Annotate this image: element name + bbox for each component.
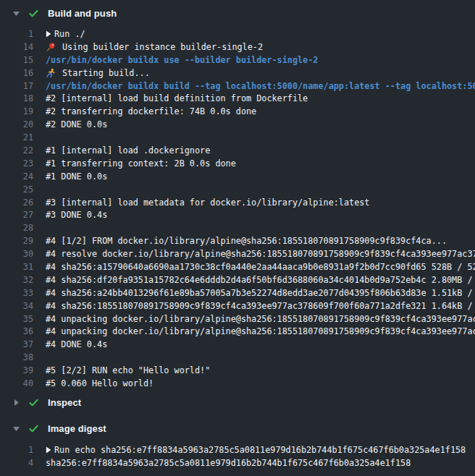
line-number[interactable]: 27 xyxy=(0,210,33,220)
log-text: #2 transferring dockerfile: 74B 0.0s don… xyxy=(46,106,256,116)
line-number[interactable]: 40 xyxy=(0,378,33,388)
log-text: #4 sha256:df20fa9351a15782c64e6dddb2d4a6… xyxy=(46,275,475,285)
log-line: 16Starting build... xyxy=(0,67,475,80)
log-line: 18#2 [internal] load build definition fr… xyxy=(0,92,475,105)
log-line-content: #4 DONE 0.4s xyxy=(33,339,475,349)
log-line-content: #2 DONE 0.0s xyxy=(33,119,475,129)
line-number[interactable]: 21 xyxy=(0,132,33,143)
line-number[interactable]: 39 xyxy=(0,365,33,375)
log-line-content: Run ./ xyxy=(33,29,475,39)
log-line-content: #4 resolve docker.io/library/alpine@sha2… xyxy=(33,249,475,259)
log-text: #3 [internal] load metadata for docker.i… xyxy=(46,197,369,208)
log-line-content: #4 sha256:185518070891758909c9f839cf4ca3… xyxy=(33,301,475,311)
log-line: 37#4 DONE 0.4s xyxy=(0,338,475,351)
line-number[interactable]: 34 xyxy=(0,301,33,311)
line-number[interactable]: 23 xyxy=(0,158,33,169)
log-line: 33#4 sha256:a24bb4013296f61e89ba57005a7b… xyxy=(0,286,475,299)
log-line: 38 xyxy=(0,351,475,364)
chevron-right-icon xyxy=(12,398,21,407)
log-line-content: Starting build... xyxy=(33,68,475,78)
log-text: #4 resolve docker.io/library/alpine@sha2… xyxy=(46,249,475,259)
log-line: 22#1 [internal] load .dockerignore xyxy=(0,144,475,157)
log-line: 36#4 unpacking docker.io/library/alpine@… xyxy=(0,325,475,338)
line-number[interactable]: 1 xyxy=(0,445,33,455)
log-line: 35#4 unpacking docker.io/library/alpine@… xyxy=(0,313,475,326)
log-line: 30#4 resolve docker.io/library/alpine@sh… xyxy=(0,247,475,260)
section-header-inspect[interactable]: Inspect xyxy=(0,390,475,416)
log-line: 21 xyxy=(0,131,475,144)
success-check-icon xyxy=(28,8,39,19)
log-section-build-and-push: Build and push1Run ./14Using builder ins… xyxy=(0,0,475,390)
log-line: 23#1 transferring context: 2B 0.0s done xyxy=(0,157,475,170)
line-number[interactable]: 18 xyxy=(0,93,33,103)
log-lines: 1Run echo sha256:e7ff8834a5963a2785c5a08… xyxy=(0,442,475,469)
log-line-content: sha256:e7ff8834a5963a2785c5a0811e979d16b… xyxy=(33,458,475,468)
log-line: 20#2 DONE 0.0s xyxy=(0,118,475,131)
line-number[interactable]: 33 xyxy=(0,288,33,298)
log-line-content: #4 sha256:a15790640a6690aa1730c38cf0a440… xyxy=(33,262,475,272)
play-icon[interactable] xyxy=(46,446,51,454)
log-line: 28 xyxy=(0,221,475,234)
line-number[interactable]: 17 xyxy=(0,81,33,91)
log-text: #4 unpacking docker.io/library/alpine@sh… xyxy=(46,314,475,324)
line-number[interactable]: 37 xyxy=(0,339,33,349)
log-text: #4 unpacking docker.io/library/alpine@sh… xyxy=(46,326,475,336)
log-text: #5 0.060 Hello world! xyxy=(46,378,154,388)
log-line: 15/usr/bin/docker buildx use --builder b… xyxy=(0,54,475,67)
log-text: Using builder instance builder-single-2 xyxy=(62,42,263,52)
log-line: 4sha256:e7ff8834a5963a2785c5a0811e979d16… xyxy=(0,456,475,469)
line-number[interactable]: 16 xyxy=(0,68,33,78)
log-line-content: #4 [1/2] FROM docker.io/library/alpine@s… xyxy=(33,236,475,246)
log-line: 25 xyxy=(0,183,475,196)
success-check-icon xyxy=(28,397,39,408)
line-number[interactable]: 25 xyxy=(0,184,33,195)
section-header-image-digest[interactable]: Image digest xyxy=(0,416,475,442)
log-line-content: #2 [internal] load build definition from… xyxy=(33,93,475,103)
log-text: #4 [1/2] FROM docker.io/library/alpine@s… xyxy=(46,236,447,246)
log-text: #4 sha256:a24bb4013296f61e89ba57005a7b3e… xyxy=(46,288,475,298)
log-line: 32#4 sha256:df20fa9351a15782c64e6dddb2d4… xyxy=(0,273,475,286)
log-line: 1Run ./ xyxy=(0,27,475,41)
log-line: 27#3 DONE 0.4s xyxy=(0,208,475,221)
line-number[interactable]: 14 xyxy=(0,42,33,52)
log-line-content: #4 unpacking docker.io/library/alpine@sh… xyxy=(33,314,475,324)
section-title: Inspect xyxy=(48,397,81,408)
log-text: #4 sha256:185518070891758909c9f839cf4ca3… xyxy=(46,301,475,311)
line-number[interactable]: 35 xyxy=(0,314,33,324)
log-line-content: #1 transferring context: 2B 0.0s done xyxy=(33,158,475,169)
log-text: /usr/bin/docker buildx build --tag local… xyxy=(46,81,475,91)
log-text: #2 [internal] load build definition from… xyxy=(46,93,308,103)
section-title: Build and push xyxy=(48,8,117,19)
section-header-build-and-push[interactable]: Build and push xyxy=(0,0,475,26)
line-number[interactable]: 24 xyxy=(0,171,33,182)
log-text: #4 DONE 0.4s xyxy=(46,339,107,349)
log-line: 26#3 [internal] load metadata for docker… xyxy=(0,196,475,209)
chevron-down-icon xyxy=(12,424,21,433)
log-line-content: #3 DONE 0.4s xyxy=(33,210,475,220)
log-text: Run echo sha256:e7ff8834a5963a2785c5a081… xyxy=(54,445,466,455)
chevron-down-icon xyxy=(12,9,21,18)
log-line-content: /usr/bin/docker buildx use --builder bui… xyxy=(33,55,475,65)
log-section-image-digest: Image digest1Run echo sha256:e7ff8834a59… xyxy=(0,416,475,469)
line-number[interactable]: 19 xyxy=(0,106,33,116)
line-number[interactable]: 32 xyxy=(0,275,33,285)
line-number[interactable]: 28 xyxy=(0,223,33,233)
log-line: 31#4 sha256:a15790640a6690aa1730c38cf0a4… xyxy=(0,260,475,273)
line-number[interactable]: 31 xyxy=(0,262,33,272)
line-number[interactable]: 20 xyxy=(0,119,33,129)
line-number[interactable]: 30 xyxy=(0,249,33,259)
log-line-content: #1 DONE 0.0s xyxy=(33,171,475,182)
log-line: 39#5 [2/2] RUN echo "Hello world!" xyxy=(0,364,475,377)
log-text: #5 [2/2] RUN echo "Hello world!" xyxy=(46,365,210,375)
line-number[interactable]: 26 xyxy=(0,197,33,208)
line-number[interactable]: 22 xyxy=(0,145,33,156)
line-number[interactable]: 29 xyxy=(0,236,33,246)
log-line: 14Using builder instance builder-single-… xyxy=(0,41,475,54)
play-icon[interactable] xyxy=(46,30,51,38)
line-number[interactable]: 1 xyxy=(0,29,33,39)
line-number[interactable]: 38 xyxy=(0,352,33,362)
line-number[interactable]: 4 xyxy=(0,458,33,468)
log-line: 17/usr/bin/docker buildx build --tag loc… xyxy=(0,80,475,93)
line-number[interactable]: 15 xyxy=(0,55,33,65)
line-number[interactable]: 36 xyxy=(0,326,33,336)
